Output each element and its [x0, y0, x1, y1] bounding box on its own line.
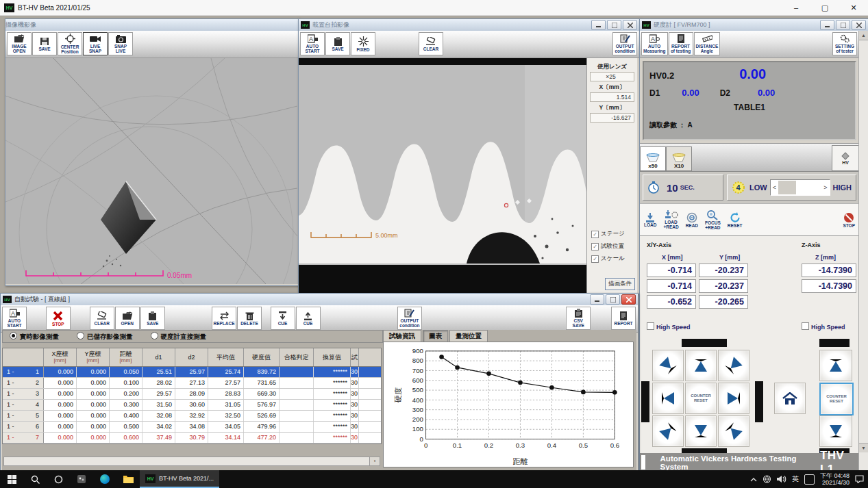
table-row[interactable]: 1 -60.0000.0000.50034.0234.0834.05479.96…: [3, 422, 381, 433]
auto-measuring-button[interactable]: A AUTOMeasuring: [641, 32, 668, 55]
column-header[interactable]: 換算值: [314, 348, 351, 366]
column-header[interactable]: 試: [351, 348, 359, 366]
test-position-check[interactable]: ✓試験位置: [591, 242, 637, 251]
taskbar-clock[interactable]: 下午 04:48 2021/4/30: [820, 472, 850, 486]
tab-chart[interactable]: 圖表: [423, 330, 448, 342]
auto-test-maximize-button[interactable]: [606, 294, 620, 305]
jog-up-button[interactable]: [685, 350, 717, 381]
slider-thumb[interactable]: [778, 181, 796, 194]
delete-button[interactable]: DELETE: [237, 307, 262, 330]
jog-down-left-button[interactable]: [652, 415, 684, 447]
close-button[interactable]: ✕: [839, 0, 868, 15]
xy-high-speed-check[interactable]: High Speed: [647, 322, 691, 331]
radio-direct-tester[interactable]: 硬度計直接測量: [151, 332, 207, 342]
read-button[interactable]: READ: [686, 212, 698, 228]
stage-auto-start-button[interactable]: A AUTOSTART: [300, 32, 325, 55]
test-clear-button[interactable]: CLEAR: [90, 307, 114, 330]
tab-measure-position[interactable]: 量測位置: [449, 330, 488, 342]
test-save-button[interactable]: SAVE: [140, 307, 165, 330]
edge-button[interactable]: [93, 470, 116, 488]
table-row[interactable]: 1 -20.0000.0000.10028.0227.1327.57731.65…: [3, 378, 381, 389]
auto-test-minimize-button[interactable]: [590, 294, 604, 305]
report-of-testing-button[interactable]: REPORTof testing: [669, 32, 693, 55]
duration-box[interactable]: 10 SEC.: [643, 175, 723, 201]
explorer-button[interactable]: [116, 470, 140, 488]
setting-of-tester-button[interactable]: SETTINGof tester: [832, 32, 857, 55]
ime-language-indicator[interactable]: 英: [792, 474, 799, 484]
distance-angle-button[interactable]: DISTANCEAngle: [694, 32, 721, 55]
jog-down-right-button[interactable]: [718, 415, 749, 447]
stage-window-titlebar[interactable]: HV 載置台拍影像: [299, 19, 639, 31]
column-header[interactable]: [3, 348, 44, 366]
cue-up-button[interactable]: CUE: [296, 307, 321, 330]
tab-test-info[interactable]: 試驗資訊: [383, 330, 421, 342]
hscroll-thumb[interactable]: [4, 457, 370, 465]
jog-down-button[interactable]: [685, 415, 717, 447]
lens-x10-tab[interactable]: X10: [666, 146, 692, 171]
cue-down-button[interactable]: CUE: [271, 307, 295, 330]
slider-left-arrow[interactable]: <: [771, 184, 778, 191]
draw-condition-button[interactable]: 描画条件: [605, 278, 635, 290]
z-high-speed-check[interactable]: High Speed: [802, 322, 845, 331]
results-table[interactable]: X座標[mm]Y座標[mm]距離[mm]d1d2平均值硬度值合格判定換算值試 1…: [2, 348, 382, 444]
results-hscrollbar[interactable]: ›: [3, 457, 380, 466]
z-up-button[interactable]: [819, 350, 852, 381]
tester-minimize-button[interactable]: [820, 20, 834, 30]
maximize-button[interactable]: ▢: [810, 0, 839, 15]
live-snap-button[interactable]: LIVESNAP: [83, 32, 108, 55]
table-row[interactable]: 1 -50.0000.0000.40032.0832.9232.50526.69…: [3, 411, 381, 422]
hscroll-right-icon[interactable]: ›: [370, 457, 380, 465]
test-open-button[interactable]: OPEN: [115, 307, 140, 330]
test-stop-button[interactable]: STOP: [46, 307, 71, 330]
jog-right-button[interactable]: [718, 383, 749, 414]
column-header[interactable]: Y座標[mm]: [77, 348, 110, 366]
center-position-button[interactable]: CENTERPosition: [58, 32, 82, 55]
jog-up-left-button[interactable]: [652, 350, 684, 381]
fixed-button[interactable]: FIXED: [351, 32, 375, 55]
minimize-button[interactable]: –: [782, 0, 810, 15]
stage-check[interactable]: ✓ステージ: [591, 230, 637, 238]
report-button[interactable]: REPORT: [611, 307, 636, 330]
snap-live-button[interactable]: SNAPLIVE: [108, 32, 133, 55]
stage-output-condition-button[interactable]: OUTPUTcondition: [612, 32, 637, 55]
xy-counter-reset-button[interactable]: COUNTERRESET: [685, 383, 717, 414]
image-open-button[interactable]: IMAGEOPEN: [7, 32, 32, 55]
column-header[interactable]: 距離[mm]: [110, 348, 142, 366]
table-row[interactable]: 1 -30.0000.0000.20029.5728.0928.83669.30…: [3, 389, 381, 400]
scroll-down-icon[interactable]: ▼: [859, 443, 868, 452]
auto-start-button[interactable]: A AUTOSTART: [2, 307, 27, 330]
replace-button[interactable]: REPLACE: [212, 307, 236, 330]
notification-icon[interactable]: [855, 475, 864, 483]
z-down-button[interactable]: [819, 415, 852, 447]
network-icon[interactable]: [762, 475, 771, 483]
jog-left-button[interactable]: [652, 383, 684, 414]
column-header[interactable]: X座標[mm]: [44, 348, 77, 366]
tester-scrollbar[interactable]: ▲ ▼: [858, 31, 868, 472]
camera-window-titlebar[interactable]: 攝像機影像: [5, 19, 299, 31]
stage-clear-button[interactable]: CLEAR: [419, 32, 443, 55]
tester-stop-button[interactable]: STOP: [843, 212, 855, 228]
ime-mode-icon[interactable]: [804, 474, 815, 485]
cortana-button[interactable]: [47, 470, 70, 488]
stage-maximize-button[interactable]: [607, 20, 621, 30]
stage-minimize-button[interactable]: [591, 20, 606, 30]
tester-close-button[interactable]: [852, 20, 866, 30]
table-row[interactable]: 1 -40.0000.0000.30031.5030.6031.05576.97…: [3, 400, 381, 411]
home-button[interactable]: [774, 383, 806, 414]
z-counter-reset-button[interactable]: COUNTERRESET: [819, 383, 854, 415]
slider-right-arrow[interactable]: >: [821, 184, 829, 191]
tester-window-titlebar[interactable]: HV 硬度計 [ FV/RM700 ]: [640, 19, 868, 31]
stage-close-button[interactable]: [623, 20, 637, 30]
light-slider[interactable]: < >: [770, 179, 830, 196]
reset-button[interactable]: RESET: [728, 212, 743, 228]
scroll-up-icon[interactable]: ▲: [859, 31, 868, 40]
camera-save-button[interactable]: SAVE: [32, 32, 57, 55]
load-button[interactable]: LOAD: [644, 213, 656, 227]
volume-icon[interactable]: [777, 475, 786, 483]
hv-indenter-button[interactable]: HV: [832, 145, 859, 171]
table-row[interactable]: 1 -70.0000.0000.60037.4930.7934.14477.20…: [3, 433, 381, 444]
jog-up-right-button[interactable]: [718, 350, 749, 381]
tester-maximize-button[interactable]: [836, 20, 850, 30]
column-header[interactable]: 平均值: [208, 348, 244, 366]
focus-read-button[interactable]: FOCUS+READ: [705, 209, 721, 230]
